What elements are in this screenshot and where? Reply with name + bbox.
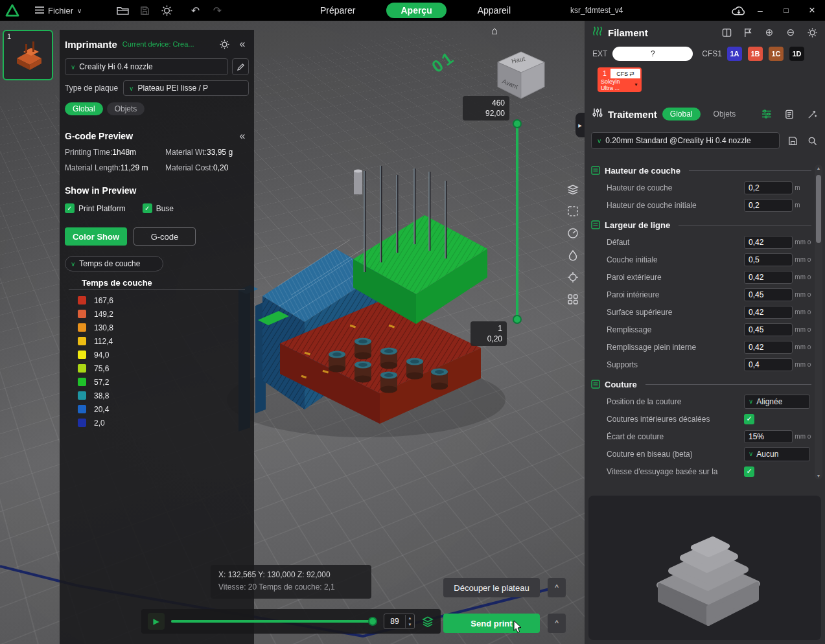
legend-value: 2,0 bbox=[94, 419, 105, 428]
slice-options-button[interactable]: ^ bbox=[548, 578, 566, 597]
remove-filament-icon[interactable]: ⊖ bbox=[784, 26, 797, 39]
filament-slot-1B[interactable]: 1B bbox=[748, 47, 763, 61]
active-filament-card[interactable]: 1 CFS ⇄ Soleyin Ultra ... ▼ bbox=[598, 67, 642, 92]
layer-slider-top-handle[interactable] bbox=[513, 119, 522, 128]
tab-appareil[interactable]: Appareil bbox=[469, 3, 520, 17]
param-select[interactable]: ∨Aucun bbox=[744, 447, 810, 461]
param-input[interactable]: 15% bbox=[744, 430, 793, 443]
param-input[interactable]: 0,45 bbox=[744, 323, 793, 336]
search-params-icon[interactable] bbox=[806, 134, 819, 147]
open-file-button[interactable] bbox=[111, 2, 134, 19]
step-value-field[interactable]: 89 ▲ ▼ bbox=[384, 614, 415, 629]
app-window: Fichier ∨ ↶ ↷ Préparer Aperçu Appareil k… bbox=[0, 0, 825, 644]
printer-select[interactable]: ∨ Creality Hi 0.4 nozzle bbox=[65, 58, 228, 75]
process-tab-global[interactable]: Global bbox=[662, 108, 701, 121]
flow-icon[interactable] bbox=[566, 249, 579, 262]
filament-slot-1A[interactable]: 1A bbox=[727, 47, 742, 61]
filament-dropdown-icon[interactable]: ▼ bbox=[634, 82, 638, 87]
step-down-icon[interactable]: ▼ bbox=[406, 621, 414, 628]
param-input[interactable]: 0,45 bbox=[744, 288, 793, 301]
home-view-icon[interactable]: ⌂ bbox=[491, 25, 498, 38]
maximize-button[interactable]: □ bbox=[773, 0, 799, 21]
filament-columns-icon[interactable] bbox=[720, 26, 733, 39]
param-input[interactable]: 0,2 bbox=[744, 181, 793, 194]
send-print-button[interactable]: Send print bbox=[443, 614, 540, 633]
tab-global[interactable]: Global bbox=[65, 102, 103, 115]
notes-list-icon[interactable] bbox=[783, 108, 796, 121]
layers-mode-icon[interactable] bbox=[421, 615, 434, 628]
filament-slot-1D[interactable]: 1D bbox=[789, 47, 804, 61]
layer-slider-track[interactable] bbox=[516, 123, 518, 319]
plate-outline-icon[interactable] bbox=[566, 205, 579, 218]
layer-slider-bottom-handle[interactable] bbox=[513, 315, 522, 324]
tab-objets[interactable]: Objets bbox=[107, 102, 145, 115]
focus-icon[interactable] bbox=[566, 271, 579, 284]
step-stepper[interactable]: ▲ ▼ bbox=[405, 615, 414, 628]
tab-preparer[interactable]: Préparer bbox=[311, 3, 364, 17]
checkbox-checked-icon[interactable]: ✓ bbox=[143, 203, 152, 213]
print-options-button[interactable]: ^ bbox=[548, 614, 566, 633]
cloud-sync-button[interactable] bbox=[729, 3, 749, 18]
print-platform-option[interactable]: ✓ Print Platform bbox=[65, 203, 126, 213]
param-checkbox[interactable]: ✓ bbox=[744, 466, 754, 477]
slice-plate-button[interactable]: Découper le plateau bbox=[443, 578, 540, 597]
filament-settings-icon[interactable] bbox=[806, 26, 819, 39]
process-tab-objets[interactable]: Objets bbox=[706, 108, 744, 121]
param-table-icon[interactable] bbox=[760, 108, 773, 121]
param-input[interactable]: 0,2 bbox=[744, 199, 793, 212]
plate-thumbnail[interactable]: 1 bbox=[3, 30, 53, 80]
param-section-header[interactable]: Couture bbox=[591, 376, 811, 393]
file-menu[interactable]: Fichier ∨ bbox=[35, 6, 82, 16]
step-up-icon[interactable]: ▲ bbox=[406, 615, 414, 621]
collapse-panel-icon[interactable]: « bbox=[236, 38, 249, 51]
filament-slot-1C[interactable]: 1C bbox=[769, 47, 784, 61]
settings-button[interactable] bbox=[156, 2, 178, 19]
playback-slider[interactable] bbox=[171, 620, 377, 623]
param-checkbox[interactable]: ✓ bbox=[744, 414, 754, 424]
param-label: Couche initiale bbox=[607, 255, 744, 264]
scroll-down-icon[interactable]: ▼ bbox=[815, 474, 822, 478]
params-scrollbar[interactable]: ▲ ▼ bbox=[815, 165, 822, 479]
param-input[interactable]: 0,42 bbox=[744, 271, 793, 284]
tab-apercu[interactable]: Aperçu bbox=[386, 3, 446, 18]
param-select[interactable]: ∨Alignée bbox=[744, 395, 810, 409]
save-button[interactable] bbox=[134, 2, 156, 19]
scroll-up-icon[interactable]: ▲ bbox=[815, 166, 822, 170]
redo-button[interactable]: ↷ bbox=[206, 2, 228, 19]
minimize-button[interactable]: – bbox=[747, 0, 773, 21]
scrollbar-thumb[interactable] bbox=[816, 175, 821, 243]
color-show-button[interactable]: Color Show bbox=[65, 227, 127, 246]
add-filament-icon[interactable]: ⊕ bbox=[763, 26, 776, 39]
nozzle-option[interactable]: ✓ Buse bbox=[143, 203, 174, 213]
save-preset-icon[interactable] bbox=[786, 134, 799, 147]
plate-type-label: Type de plaque bbox=[65, 84, 118, 93]
param-input[interactable]: 0,42 bbox=[744, 236, 793, 249]
magic-wand-icon[interactable] bbox=[806, 108, 819, 121]
param-section-header[interactable]: Hauteur de couche bbox=[591, 162, 811, 179]
undo-button[interactable]: ↶ bbox=[184, 2, 206, 19]
collapse-right-panel-handle[interactable]: ▸ bbox=[575, 113, 585, 137]
play-button[interactable]: ▶ bbox=[148, 613, 165, 630]
param-input[interactable]: 0,42 bbox=[744, 341, 793, 354]
playback-slider-handle[interactable] bbox=[368, 617, 377, 626]
edit-printer-button[interactable] bbox=[232, 58, 249, 75]
close-button[interactable]: × bbox=[799, 0, 825, 21]
grid-apps-icon[interactable] bbox=[566, 293, 579, 306]
checkbox-checked-icon[interactable]: ✓ bbox=[65, 203, 75, 213]
param-input[interactable]: 0,5 bbox=[744, 253, 793, 266]
cfs-slots: 1A1B1C1D bbox=[727, 47, 804, 61]
param-section-header[interactable]: Largeur de ligne bbox=[591, 216, 811, 233]
show-in-preview-options: ✓ Print Platform ✓ Buse bbox=[65, 203, 249, 213]
legend-mode-select[interactable]: ∨ Temps de couche bbox=[65, 256, 163, 271]
param-input[interactable]: 0,42 bbox=[744, 306, 793, 319]
filament-flag-icon[interactable] bbox=[741, 26, 754, 39]
gcode-view-button[interactable]: G-code bbox=[134, 227, 196, 246]
speed-icon[interactable] bbox=[566, 227, 579, 240]
printer-settings-icon[interactable] bbox=[218, 38, 231, 51]
process-preset-select[interactable]: ∨ 0.20mm Standard @Creality Hi 0.4 nozzl… bbox=[591, 132, 780, 149]
layer-stack-icon[interactable] bbox=[566, 183, 579, 196]
collapse-gcode-icon[interactable]: « bbox=[236, 130, 249, 143]
param-input[interactable]: 0,4 bbox=[744, 358, 793, 371]
plate-type-select[interactable]: ∨ Plateau PEI lisse / P bbox=[123, 80, 249, 96]
ext-filament-input[interactable]: ? bbox=[612, 47, 693, 61]
